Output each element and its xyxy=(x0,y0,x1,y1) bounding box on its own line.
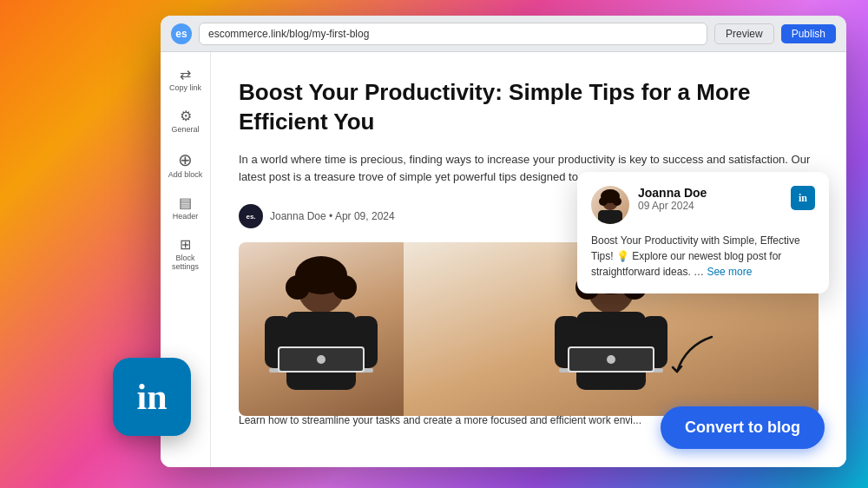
add-icon: ⊕ xyxy=(178,151,193,168)
linkedin-card-icon-letter: in xyxy=(799,192,807,205)
author-initials: es. xyxy=(246,213,255,221)
article-title: Boost Your Productivity: Simple Tips for… xyxy=(239,78,819,137)
linkedin-card-author-info: Joanna Doe 09 Apr 2024 xyxy=(638,186,707,212)
article-date: Apr 09, 2024 xyxy=(335,210,395,222)
sidebar-item-block-settings[interactable]: ⊞ Block settings xyxy=(164,231,207,278)
browser-logo: es xyxy=(171,23,192,44)
sidebar-item-copy-link[interactable]: ⇄ Copy link xyxy=(164,61,207,99)
convert-to-blog-button[interactable]: Convert to blog xyxy=(661,406,825,449)
svg-point-3 xyxy=(332,275,357,300)
linkedin-card-brand-icon: in xyxy=(791,186,815,210)
linkedin-large-icon: in xyxy=(113,358,191,436)
svg-point-24 xyxy=(599,197,608,206)
publish-button[interactable]: Publish xyxy=(781,24,836,43)
gear-icon: ⚙ xyxy=(180,109,192,123)
sidebar-item-header[interactable]: ▤ Header xyxy=(164,189,207,228)
preview-button[interactable]: Preview xyxy=(714,23,774,44)
sidebar-copy-link-label: Copy link xyxy=(169,83,201,92)
linkedin-card-date: 09 Apr 2024 xyxy=(638,200,707,212)
svg-point-2 xyxy=(286,275,310,300)
author-avatar: es. xyxy=(239,204,263,228)
author-date-separator: • xyxy=(329,210,335,222)
linkedin-card-text: Boost Your Productivity with Simple, Eff… xyxy=(591,233,815,280)
linkedin-card: Joanna Doe 09 Apr 2024 in Boost Your Pro… xyxy=(577,172,829,293)
browser-bar: es escommerce.link/blog/my-first-blog Pr… xyxy=(161,16,846,52)
linkedin-card-header: Joanna Doe 09 Apr 2024 in xyxy=(591,186,815,224)
browser-logo-letter: es xyxy=(175,28,187,40)
sidebar-item-general[interactable]: ⚙ General xyxy=(164,102,207,141)
article-image-left xyxy=(239,242,404,416)
author-name: Joanna Doe xyxy=(270,210,326,222)
block-settings-icon: ⊞ xyxy=(180,238,191,252)
sidebar-item-add-block[interactable]: ⊕ Add block xyxy=(164,144,207,186)
sidebar-header-label: Header xyxy=(173,212,199,221)
browser-window: es escommerce.link/blog/my-first-blog Pr… xyxy=(161,16,846,467)
author-info: Joanna Doe • Apr 09, 2024 xyxy=(270,210,395,222)
linkedin-card-avatar xyxy=(591,186,629,224)
linkedin-see-more[interactable]: See more xyxy=(707,266,752,278)
sidebar-block-settings-label: Block settings xyxy=(168,254,204,271)
svg-point-25 xyxy=(613,197,621,206)
linkedin-large-letter: in xyxy=(136,379,167,415)
copy-link-icon: ⇄ xyxy=(180,68,191,82)
linkedin-card-author-name: Joanna Doe xyxy=(638,186,707,200)
url-bar[interactable]: escommerce.link/blog/my-first-blog xyxy=(199,23,707,45)
sidebar-general-label: General xyxy=(171,125,199,134)
header-icon: ▤ xyxy=(179,196,192,210)
sidebar-add-block-label: Add block xyxy=(168,170,203,179)
browser-actions: Preview Publish xyxy=(714,23,836,44)
svg-rect-26 xyxy=(598,210,622,224)
svg-point-10 xyxy=(317,355,326,364)
svg-point-21 xyxy=(607,355,615,364)
arrow-decoration xyxy=(668,328,720,384)
